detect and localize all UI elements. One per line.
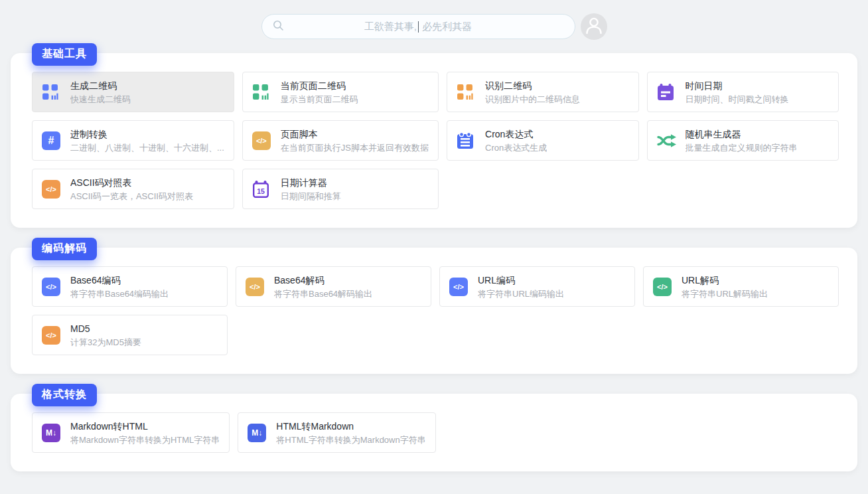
tool-title: 当前页面二维码	[281, 79, 358, 92]
calendar-15-icon: 15	[252, 180, 272, 198]
tool-desc: Cron表达式生成	[485, 141, 547, 154]
tool-card[interactable]: </> URL解码 将字符串URL解码输出	[643, 266, 839, 307]
markdown-icon: M↓	[248, 424, 267, 442]
tool-title: Cron表达式	[485, 127, 547, 141]
tool-card[interactable]: 时间日期 日期时间、时间戳之间转换	[647, 72, 839, 112]
tool-desc: 日期间隔和推算	[281, 190, 341, 203]
code-icon: </>	[42, 180, 62, 199]
section-basic-tools: 基础工具 生成二维码 快速生成二维码 当前页面二维码 显示当前页面二维码	[11, 53, 857, 228]
tool-card[interactable]: </> ASCII码对照表 ASCII码一览表，ASCII码对照表	[32, 169, 234, 209]
section-badge: 基础工具	[32, 43, 97, 66]
tool-card[interactable]: </> Base64编码 将字符串Base64编码输出	[32, 266, 228, 307]
code-icon: </>	[449, 278, 469, 296]
tool-desc: 显示当前页面二维码	[281, 93, 358, 106]
tool-title: HTML转Markdown	[276, 420, 425, 433]
section-badge: 格式转换	[32, 384, 97, 406]
tool-desc: 批量生成自定义规则的字符串	[686, 141, 798, 154]
tool-desc: 将字符串URL编码输出	[478, 288, 564, 300]
code-icon: </>	[42, 326, 62, 345]
section-encode-decode: 编码解码 </> Base64编码 将字符串Base64编码输出 </> Bas…	[11, 248, 857, 374]
section-format-convert: 格式转换 M↓ Markdown转HTML 将Markdown字符串转换为HTM…	[11, 394, 857, 471]
tool-card[interactable]: </> MD5 计算32为MD5摘要	[32, 315, 228, 355]
tool-grid: 生成二维码 快速生成二维码 当前页面二维码 显示当前页面二维码 识别二维码 识别…	[32, 72, 839, 209]
tool-title: Markdown转HTML	[70, 420, 220, 433]
code-icon: </>	[42, 278, 62, 296]
tool-card[interactable]: </> Base64解码 将字符串Base64解码输出	[236, 266, 431, 307]
tool-grid: </> Base64编码 将字符串Base64编码输出 </> Base64解码…	[32, 266, 839, 355]
qrcode-icon	[457, 84, 476, 100]
tool-card[interactable]: 识别二维码 识别图片中的二维码信息	[447, 72, 638, 112]
tool-title: 页面脚本	[281, 127, 429, 141]
avatar[interactable]	[581, 13, 607, 40]
code-icon: </>	[252, 131, 272, 150]
tool-desc: ASCII码一览表，ASCII码对照表	[70, 190, 193, 203]
tool-desc: 将字符串Base64解码输出	[274, 288, 372, 300]
tool-card[interactable]: 15 日期计算器 日期间隔和推算	[242, 169, 439, 209]
tool-title: Base64编码	[70, 274, 169, 287]
tool-card[interactable]: 当前页面二维码 显示当前页面二维码	[242, 72, 439, 112]
tool-desc: 在当前页面执行JS脚本并返回有效数据	[281, 141, 429, 154]
tool-title: URL解码	[682, 274, 768, 287]
user-icon	[581, 12, 607, 41]
markdown-icon: M↓	[42, 424, 62, 442]
clipboard-icon	[457, 131, 476, 149]
tool-desc: 快速生成二维码	[70, 93, 131, 106]
tool-title: URL编码	[478, 274, 564, 287]
search-input[interactable]: 工欲善其事,必先利其器	[261, 14, 575, 39]
tool-title: 日期计算器	[281, 176, 341, 189]
tool-card[interactable]: M↓ HTML转Markdown 将HTML字符串转换为Markdown字符串	[238, 412, 435, 453]
text-caret	[418, 21, 419, 33]
tool-desc: 二进制、八进制、十进制、十六进制、...	[70, 141, 224, 154]
tool-desc: 将字符串Base64编码输出	[70, 288, 169, 300]
tool-desc: 日期时间、时间戳之间转换	[686, 93, 789, 106]
tool-title: ASCII码对照表	[70, 176, 193, 189]
code-icon: </>	[653, 278, 673, 296]
tool-title: 进制转换	[70, 127, 224, 141]
calendar-icon	[657, 83, 677, 101]
tool-desc: 将HTML字符串转换为Markdown字符串	[276, 434, 425, 446]
tool-desc: 将Markdown字符串转换为HTML字符串	[70, 434, 220, 446]
shuffle-icon	[657, 133, 677, 149]
tool-card[interactable]: # 进制转换 二进制、八进制、十进制、十六进制、...	[32, 120, 234, 161]
tool-title: 时间日期	[686, 79, 789, 92]
qrcode-icon	[42, 84, 62, 100]
tool-card[interactable]: Cron表达式 Cron表达式生成	[447, 120, 638, 161]
tool-title: Base64解码	[274, 274, 372, 287]
tool-title: MD5	[70, 322, 141, 335]
search-icon	[273, 20, 284, 34]
qrcode-icon	[252, 84, 272, 100]
tool-card[interactable]: M↓ Markdown转HTML 将Markdown字符串转换为HTML字符串	[32, 412, 230, 453]
hash-icon: #	[42, 131, 62, 150]
tool-card[interactable]: 随机串生成器 批量生成自定义规则的字符串	[647, 120, 839, 161]
tool-desc: 计算32为MD5摘要	[70, 336, 141, 349]
tool-title: 随机串生成器	[686, 127, 798, 141]
tool-title: 生成二维码	[70, 79, 131, 92]
section-badge: 编码解码	[32, 238, 97, 260]
tool-title: 识别二维码	[485, 79, 580, 92]
code-icon: </>	[246, 278, 265, 296]
top-header: 工欲善其事,必先利其器	[0, 0, 868, 53]
tool-card[interactable]: </> 页面脚本 在当前页面执行JS脚本并返回有效数据	[242, 120, 439, 161]
tool-grid: M↓ Markdown转HTML 将Markdown字符串转换为HTML字符串 …	[32, 412, 839, 453]
tool-desc: 将字符串URL解码输出	[682, 288, 768, 300]
svg-text:15: 15	[257, 187, 265, 195]
tool-card[interactable]: </> URL编码 将字符串URL编码输出	[439, 266, 635, 307]
tool-card[interactable]: 生成二维码 快速生成二维码	[32, 72, 234, 112]
tool-desc: 识别图片中的二维码信息	[485, 93, 580, 106]
search-placeholder: 工欲善其事,必先利其器	[262, 15, 575, 39]
